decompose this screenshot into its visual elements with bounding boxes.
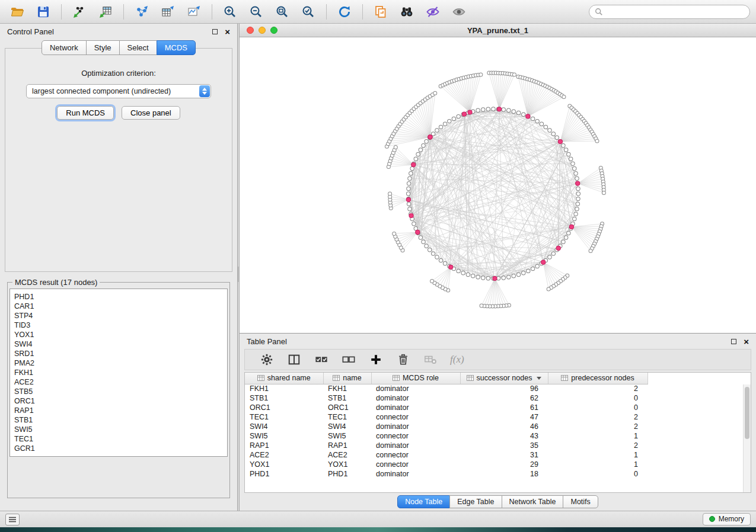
- zoom-in-icon[interactable]: [219, 2, 241, 21]
- desktop-wallpaper-strip: [0, 527, 756, 532]
- mcds-result-group: MCDS result (17 nodes) PHD1CAR1STP4TID3Y…: [7, 278, 230, 498]
- function-builder-icon[interactable]: f(x): [450, 354, 464, 366]
- mcds-result-item[interactable]: FKH1: [14, 368, 223, 377]
- close-panel-button[interactable]: Close panel: [122, 106, 180, 120]
- export-table-icon[interactable]: [157, 2, 179, 21]
- select-all-icon[interactable]: [314, 352, 329, 367]
- window-close-icon[interactable]: [247, 27, 254, 34]
- delete-table-icon[interactable]: [423, 352, 438, 367]
- table-row[interactable]: STB1STB1dominator620: [245, 393, 657, 403]
- control-panel-title: Control Panel: [7, 27, 54, 36]
- refresh-layout-icon[interactable]: [333, 2, 356, 21]
- mcds-result-item[interactable]: TEC1: [14, 434, 223, 444]
- mcds-result-item[interactable]: STB1: [14, 415, 223, 425]
- search-network-icon[interactable]: [395, 2, 418, 21]
- add-row-icon[interactable]: [368, 352, 384, 367]
- column-header-successor-nodes[interactable]: successor nodes: [460, 373, 548, 384]
- mcds-result-title: MCDS result (17 nodes): [12, 278, 100, 287]
- save-session-icon[interactable]: [32, 2, 55, 21]
- toolbar-separator: [362, 4, 363, 20]
- tab-network[interactable]: Network: [42, 40, 87, 55]
- network-canvas[interactable]: [240, 37, 756, 333]
- table-panel: Table Panel ×: [240, 333, 756, 511]
- network-view[interactable]: [240, 37, 756, 333]
- panel-menu-icon[interactable]: [5, 514, 20, 525]
- dropdown-stepper-icon: [199, 85, 210, 97]
- toolbar-separator: [123, 4, 124, 20]
- unselect-all-icon[interactable]: [341, 352, 356, 367]
- control-panel: Control Panel × NetworkStyleSelectMCDS O…: [0, 24, 237, 511]
- mcds-result-item[interactable]: SWI5: [14, 425, 223, 434]
- network-window: YPA_prune.txt_1: [240, 24, 756, 333]
- mcds-result-item[interactable]: STB5: [14, 387, 223, 396]
- float-panel-icon[interactable]: [731, 339, 736, 344]
- zoom-selected-icon[interactable]: [297, 2, 320, 21]
- tab-network-table[interactable]: Network Table: [502, 495, 564, 508]
- tab-edge-table[interactable]: Edge Table: [449, 495, 502, 508]
- delete-row-icon[interactable]: [395, 352, 411, 367]
- import-table-icon[interactable]: [94, 2, 117, 21]
- column-header-name[interactable]: name: [323, 373, 371, 384]
- close-panel-icon[interactable]: ×: [744, 337, 749, 346]
- table-row[interactable]: SWI4SWI4dominator462: [245, 422, 657, 431]
- tab-node-table[interactable]: Node Table: [397, 495, 450, 508]
- control-panel-tabs: NetworkStyleSelectMCDS: [0, 40, 237, 55]
- search-input[interactable]: [607, 8, 744, 16]
- column-header-predecessor-nodes[interactable]: predecessor nodes: [548, 373, 647, 384]
- mcds-result-item[interactable]: PMA2: [14, 358, 223, 368]
- run-mcds-button[interactable]: Run MCDS: [57, 106, 114, 120]
- mcds-result-list[interactable]: PHD1CAR1STP4TID3YOX1SWI4SRD1PMA2FKH1ACE2…: [9, 289, 228, 457]
- tab-motifs[interactable]: Motifs: [563, 495, 598, 508]
- sort-chevron-icon: [537, 377, 541, 380]
- mcds-result-item[interactable]: SRD1: [14, 349, 223, 358]
- mcds-result-item[interactable]: RAP1: [14, 406, 223, 415]
- tab-mcds[interactable]: MCDS: [157, 40, 196, 55]
- import-network-icon[interactable]: [68, 2, 91, 21]
- zoom-out-icon[interactable]: [245, 2, 267, 21]
- optimization-criterion-select[interactable]: largest connected component (undirected): [26, 84, 211, 98]
- tab-select[interactable]: Select: [119, 40, 157, 55]
- window-minimize-icon[interactable]: [259, 27, 266, 34]
- tab-style[interactable]: Style: [86, 40, 120, 55]
- mcds-result-item[interactable]: YOX1: [14, 330, 223, 339]
- close-panel-icon[interactable]: ×: [225, 27, 230, 36]
- table-toolbar: f(x): [244, 349, 751, 370]
- node-table-grid[interactable]: shared namenameMCDS rolesuccessor nodesp…: [245, 373, 657, 479]
- table-scrollbar[interactable]: [743, 384, 751, 492]
- table-row[interactable]: PHD1PHD1dominator180: [245, 469, 657, 479]
- table-row[interactable]: ORC1ORC1dominator610: [245, 403, 657, 412]
- mcds-result-item[interactable]: PHD1: [14, 292, 223, 302]
- mcds-result-item[interactable]: ACE2: [14, 377, 223, 387]
- export-network-icon[interactable]: [130, 2, 153, 21]
- show-graphics-icon[interactable]: [448, 2, 470, 21]
- mcds-result-item[interactable]: STP4: [14, 311, 223, 321]
- table-row[interactable]: SWI5SWI5connector431: [245, 431, 657, 441]
- mcds-result-item[interactable]: SWI4: [14, 339, 223, 349]
- search-icon: [595, 8, 603, 16]
- float-panel-icon[interactable]: [212, 29, 218, 34]
- table-row[interactable]: TEC1TEC1connector472: [245, 412, 657, 422]
- table-row[interactable]: FKH1FKH1dominator962: [245, 384, 657, 393]
- open-folder-icon[interactable]: [6, 2, 28, 21]
- mcds-result-item[interactable]: TID3: [14, 321, 223, 330]
- hide-graphics-icon[interactable]: [422, 2, 444, 21]
- network-window-title: YPA_prune.txt_1: [467, 26, 528, 35]
- mcds-result-item[interactable]: GCR1: [14, 444, 223, 453]
- main-toolbar: [0, 0, 756, 24]
- optimization-criterion-label: Optimization criterion:: [5, 69, 232, 78]
- table-row[interactable]: RAP1RAP1dominator352: [245, 441, 657, 450]
- zoom-fit-icon[interactable]: [271, 2, 294, 21]
- memory-button[interactable]: Memory: [703, 513, 751, 525]
- settings-gear-icon[interactable]: [259, 352, 275, 367]
- table-row[interactable]: YOX1YOX1connector291: [245, 460, 657, 469]
- table-row[interactable]: ACE2ACE2connector311: [245, 450, 657, 460]
- export-image-icon[interactable]: [183, 2, 205, 21]
- column-layout-icon[interactable]: [286, 352, 302, 367]
- window-maximize-icon[interactable]: [270, 27, 277, 34]
- column-header-shared-name[interactable]: shared name: [245, 373, 323, 384]
- column-header-mcds-role[interactable]: MCDS role: [371, 373, 460, 384]
- copy-share-icon[interactable]: [369, 2, 392, 21]
- mcds-result-item[interactable]: ORC1: [14, 396, 223, 406]
- mcds-result-item[interactable]: CAR1: [14, 302, 223, 311]
- network-window-titlebar[interactable]: YPA_prune.txt_1: [240, 24, 756, 37]
